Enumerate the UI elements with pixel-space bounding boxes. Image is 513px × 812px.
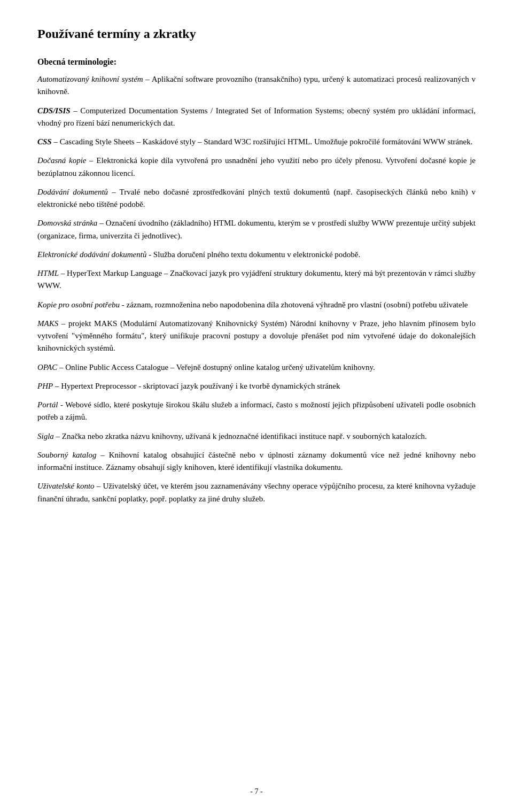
term-html: HTML – HyperText Markup Language – Značk… bbox=[37, 267, 476, 292]
term-label-maks: MAKS bbox=[37, 319, 58, 328]
term-label-dodavani: Dodávání dokumentů bbox=[37, 188, 108, 196]
term-uzivatelske: Uživatelské konto – Uživatelský účet, ve… bbox=[37, 480, 476, 505]
term-label-souborny: Souborný katalog bbox=[37, 451, 96, 459]
term-domovska: Domovská stránka – Označení úvodního (zá… bbox=[37, 217, 476, 242]
term-docasna: Dočasná kopie – Elektronická kopie díla … bbox=[37, 154, 476, 180]
term-label-html: HTML bbox=[37, 269, 59, 277]
section-heading-obecna: Obecná terminologie: bbox=[37, 57, 476, 67]
term-label-php: PHP bbox=[37, 382, 53, 390]
page: Používané termíny a zkratky Obecná termi… bbox=[0, 0, 513, 812]
term-label-automatizovany: Automatizovaný knihovní systém bbox=[37, 75, 143, 83]
term-label-kopie: Kopie pro osobní potřebu bbox=[37, 300, 120, 309]
term-label-portal: Portál bbox=[37, 400, 58, 409]
term-label-sigla: Sigla bbox=[37, 432, 54, 440]
page-title: Používané termíny a zkratky bbox=[37, 27, 476, 41]
term-souborny: Souborný katalog – Knihovní katalog obsa… bbox=[37, 449, 476, 474]
term-label-opac: OPAC bbox=[37, 363, 57, 372]
term-label-css: CSS bbox=[37, 137, 52, 146]
term-label-docasna: Dočasná kopie bbox=[37, 156, 86, 165]
term-css: CSS – Cascading Style Sheets – Kaskádové… bbox=[37, 136, 476, 148]
page-footer: - 7 - bbox=[0, 787, 513, 796]
term-label-elektronicke: Elektronické dodávání dokumentů bbox=[37, 250, 146, 259]
term-label-uzivatelske: Uživatelské konto bbox=[37, 482, 95, 490]
term-portal: Portál - Webové sídlo, které poskytuje š… bbox=[37, 399, 476, 424]
term-maks: MAKS – projekt MAKS (Modulární Automatiz… bbox=[37, 318, 476, 355]
term-php: PHP – Hypertext Preprocessor - skriptova… bbox=[37, 380, 476, 392]
term-label-cds: CDS/ISIS bbox=[37, 106, 71, 115]
term-automatizovany: Automatizovaný knihovní systém – Aplikač… bbox=[37, 73, 476, 98]
term-kopie: Kopie pro osobní potřebu - záznam, rozmn… bbox=[37, 299, 476, 311]
term-cds: CDS/ISIS – Computerized Documentation Sy… bbox=[37, 105, 476, 130]
term-elektronicke: Elektronické dodávání dokumentů - Služba… bbox=[37, 249, 476, 261]
term-dodavani: Dodávání dokumentů – Trvalé nebo dočasné… bbox=[37, 186, 476, 211]
term-sigla: Sigla – Značka nebo zkratka názvu knihov… bbox=[37, 430, 476, 443]
term-label-domovska: Domovská stránka bbox=[37, 219, 97, 227]
term-opac: OPAC – Online Public Access Catalogue – … bbox=[37, 361, 476, 374]
